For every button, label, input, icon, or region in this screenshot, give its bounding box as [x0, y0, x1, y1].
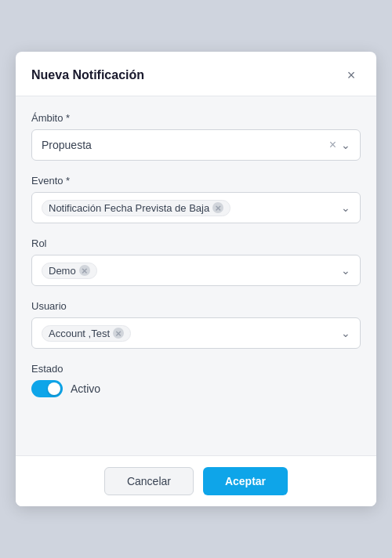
estado-toggle-label: Activo — [71, 382, 100, 395]
evento-tag: Notificación Fecha Prevista de Baja × — [42, 200, 230, 216]
ambito-select[interactable]: Propuesta × ⌄ — [31, 129, 361, 161]
modal-dialog: Nueva Notificación × Ámbito * Propuesta … — [16, 52, 376, 506]
rol-tag: Demo × — [42, 263, 97, 279]
rol-label: Rol — [31, 237, 361, 249]
usuario-chevron-icon: ⌄ — [341, 327, 350, 339]
modal-body: Ámbito * Propuesta × ⌄ Evento * — [16, 96, 376, 455]
modal-header: Nueva Notificación × — [16, 52, 376, 96]
ambito-chevron-icon: ⌄ — [341, 139, 350, 151]
usuario-select-actions: ⌄ — [341, 327, 350, 339]
ambito-select-content: Propuesta — [42, 139, 329, 151]
evento-tag-label: Notificación Fecha Prevista de Baja — [49, 202, 209, 214]
estado-toggle-row: Activo — [31, 380, 361, 397]
ambito-value: Propuesta — [42, 139, 92, 151]
rol-select-content: Demo × — [42, 263, 341, 279]
evento-select-content: Notificación Fecha Prevista de Baja × — [42, 200, 341, 216]
rol-select-actions: ⌄ — [341, 264, 350, 277]
rol-field-group: Rol Demo × ⌄ — [31, 237, 361, 286]
usuario-tag: Account ,Test × — [42, 325, 131, 342]
usuario-tag-label: Account ,Test — [49, 328, 110, 339]
modal-title: Nueva Notificación — [31, 68, 144, 82]
rol-tag-label: Demo — [49, 265, 76, 277]
usuario-select-content: Account ,Test × — [42, 325, 341, 342]
modal-overlay: Nueva Notificación × Ámbito * Propuesta … — [0, 0, 392, 558]
evento-label: Evento * — [31, 175, 361, 187]
evento-field-group: Evento * Notificación Fecha Prevista de … — [31, 175, 361, 223]
toggle-thumb — [48, 382, 60, 395]
estado-label: Estado — [31, 363, 361, 375]
rol-select[interactable]: Demo × ⌄ — [31, 255, 361, 286]
evento-chevron-icon: ⌄ — [341, 201, 350, 214]
cancel-button[interactable]: Cancelar — [104, 467, 194, 495]
close-button[interactable]: × — [342, 66, 361, 85]
toggle-track — [31, 380, 63, 397]
usuario-field-group: Usuario Account ,Test × ⌄ — [31, 300, 361, 349]
usuario-label: Usuario — [31, 300, 361, 312]
rol-chevron-icon: ⌄ — [341, 264, 350, 277]
accept-button[interactable]: Aceptar — [203, 467, 288, 495]
evento-tag-remove[interactable]: × — [212, 202, 223, 213]
ambito-field-group: Ámbito * Propuesta × ⌄ — [31, 112, 361, 161]
modal-footer: Cancelar Aceptar — [16, 455, 376, 506]
evento-select[interactable]: Notificación Fecha Prevista de Baja × ⌄ — [31, 192, 361, 223]
ambito-label: Ámbito * — [31, 112, 361, 124]
usuario-select[interactable]: Account ,Test × ⌄ — [31, 317, 361, 349]
rol-tag-remove[interactable]: × — [79, 265, 90, 276]
ambito-clear-icon[interactable]: × — [329, 139, 336, 151]
estado-field-group: Estado Activo — [31, 363, 361, 397]
estado-toggle[interactable] — [31, 380, 63, 397]
ambito-select-actions: × ⌄ — [329, 139, 350, 151]
usuario-tag-remove[interactable]: × — [113, 328, 124, 339]
evento-select-actions: ⌄ — [341, 201, 350, 214]
